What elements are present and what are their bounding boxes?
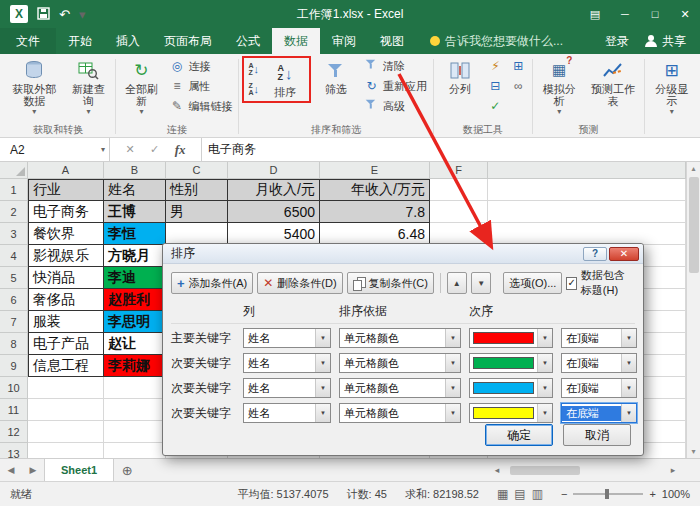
row-header-3[interactable]: 3 xyxy=(0,223,28,245)
combo-arrow-icon[interactable]: ▼ xyxy=(537,329,552,347)
cell-B8[interactable]: 赵让 xyxy=(104,333,166,355)
tab-公式[interactable]: 公式 xyxy=(224,28,272,54)
header-checkbox[interactable]: ✓ 数据包含标题(H) xyxy=(566,268,635,298)
sort-order-combo-1[interactable]: 在顶端▼ xyxy=(561,328,637,348)
remove-duplicates-button[interactable]: ⊟ xyxy=(485,76,506,96)
cell-G3[interactable] xyxy=(488,223,686,245)
column-header-blank[interactable] xyxy=(488,162,686,179)
sort-on-combo-2[interactable]: 单元格颜色▼ xyxy=(339,353,461,373)
ok-button[interactable]: 确定 xyxy=(485,424,553,446)
row-header-10[interactable]: 10 xyxy=(0,377,28,399)
cell-B1[interactable]: 姓名 xyxy=(104,179,166,201)
row-header-2[interactable]: 2 xyxy=(0,201,28,223)
sort-color-combo-4[interactable]: ▼ xyxy=(469,403,553,423)
cell-B6[interactable]: 赵胜利 xyxy=(104,289,166,311)
close-button[interactable]: ✕ xyxy=(670,0,700,28)
vertical-scrollbar[interactable]: ▴ ▾ xyxy=(686,162,700,458)
connections-button[interactable]: ◎ 连接 xyxy=(166,56,235,76)
zoom-level[interactable]: 100% xyxy=(662,488,690,500)
page-layout-view-icon[interactable]: ▤ xyxy=(514,487,525,501)
zoom-slider-thumb[interactable] xyxy=(605,489,609,499)
column-header-E[interactable]: E xyxy=(320,162,430,179)
cell-A13[interactable] xyxy=(28,443,104,458)
sort-order-combo-3[interactable]: 在顶端▼ xyxy=(561,378,637,398)
cell-D3[interactable]: 5400 xyxy=(228,223,320,245)
options-button[interactable]: 选项(O)... xyxy=(503,272,562,294)
column-header-A[interactable]: A xyxy=(28,162,104,179)
column-header-F[interactable]: F xyxy=(430,162,488,179)
sort-descending-button[interactable]: ZA↓ xyxy=(245,79,262,99)
combo-arrow-icon[interactable]: ▼ xyxy=(537,354,552,372)
cell-A5[interactable]: 快消品 xyxy=(28,267,104,289)
cell-G1[interactable] xyxy=(488,179,686,201)
combo-arrow-icon[interactable]: ▼ xyxy=(445,379,460,397)
refresh-all-button[interactable]: ↻ 全部刷新 ▾ xyxy=(118,56,164,118)
next-sheet-icon[interactable]: ▶ xyxy=(22,459,44,481)
new-query-button[interactable]: 新建查询 ▾ xyxy=(66,56,112,118)
cell-C1[interactable]: 性别 xyxy=(166,179,228,201)
cell-E1[interactable]: 年收入/万元 xyxy=(320,179,430,201)
row-header-5[interactable]: 5 xyxy=(0,267,28,289)
save-icon[interactable] xyxy=(37,7,50,22)
vertical-scroll-thumb[interactable] xyxy=(689,177,699,273)
cell-B5[interactable]: 李迪 xyxy=(104,267,166,289)
data-validation-button[interactable]: ✓ xyxy=(485,96,506,116)
row-header-7[interactable]: 7 xyxy=(0,311,28,333)
cell-B12[interactable] xyxy=(104,421,166,443)
sort-on-combo-4[interactable]: 单元格颜色▼ xyxy=(339,403,461,423)
advanced-button[interactable]: 高级 xyxy=(361,96,430,116)
insert-function-icon[interactable]: fx xyxy=(175,142,186,158)
cell-A1[interactable]: 行业 xyxy=(28,179,104,201)
cell-G2[interactable] xyxy=(488,201,686,223)
row-header-11[interactable]: 11 xyxy=(0,399,28,421)
cell-B10[interactable] xyxy=(104,377,166,399)
sort-column-combo-3[interactable]: 姓名▼ xyxy=(243,378,331,398)
clear-button[interactable]: 清除 xyxy=(361,56,430,76)
tab-视图[interactable]: 视图 xyxy=(368,28,416,54)
cell-A8[interactable]: 电子产品 xyxy=(28,333,104,355)
qat-customize-icon[interactable]: ▾ xyxy=(79,8,86,21)
column-header-C[interactable]: C xyxy=(166,162,228,179)
tell-me-box[interactable]: 告诉我您想要做什么... xyxy=(430,28,563,54)
sort-on-combo-1[interactable]: 单元格颜色▼ xyxy=(339,328,461,348)
sort-color-combo-1[interactable]: ▼ xyxy=(469,328,553,348)
properties-button[interactable]: ≡ 属性 xyxy=(166,76,235,96)
sort-button[interactable]: AZ↓ 排序 xyxy=(262,59,308,100)
consolidate-button[interactable]: ⊞ xyxy=(508,56,529,76)
dialog-help-button[interactable]: ? xyxy=(583,247,607,261)
row-header-1[interactable]: 1 xyxy=(0,179,28,201)
sort-color-combo-2[interactable]: ▼ xyxy=(469,353,553,373)
cell-B11[interactable] xyxy=(104,399,166,421)
sort-ascending-button[interactable]: AZ↓ xyxy=(245,59,262,79)
combo-arrow-icon[interactable]: ▼ xyxy=(537,404,552,422)
cell-F2[interactable] xyxy=(430,201,488,223)
cell-A3[interactable]: 餐饮界 xyxy=(28,223,104,245)
cell-C3[interactable] xyxy=(166,223,228,245)
formula-input[interactable]: 电子商务 xyxy=(202,138,700,161)
flash-fill-button[interactable]: ⚡ xyxy=(485,56,506,76)
cell-A11[interactable] xyxy=(28,399,104,421)
sort-column-combo-1[interactable]: 姓名▼ xyxy=(243,328,331,348)
combo-arrow-icon[interactable]: ▼ xyxy=(621,404,636,422)
copy-level-button[interactable]: 复制条件(C) xyxy=(347,272,434,294)
minimize-button[interactable]: ─ xyxy=(610,0,640,28)
filter-button[interactable]: 筛选 xyxy=(313,56,359,97)
tab-插入[interactable]: 插入 xyxy=(104,28,152,54)
combo-arrow-icon[interactable]: ▼ xyxy=(621,379,636,397)
undo-icon[interactable]: ↶ xyxy=(59,8,70,21)
cell-A4[interactable]: 影视娱乐 xyxy=(28,245,104,267)
combo-arrow-icon[interactable]: ▼ xyxy=(315,404,330,422)
cell-B3[interactable]: 李恒 xyxy=(104,223,166,245)
cell-D1[interactable]: 月收入/元 xyxy=(228,179,320,201)
dialog-close-button[interactable]: ✕ xyxy=(609,247,639,261)
forecast-sheet-button[interactable]: 预测工作表 xyxy=(585,56,642,109)
cell-A6[interactable]: 奢侈品 xyxy=(28,289,104,311)
what-if-analysis-button[interactable]: ▦? 模拟分析 ▾ xyxy=(536,56,583,118)
tab-页面布局[interactable]: 页面布局 xyxy=(152,28,224,54)
combo-arrow-icon[interactable]: ▼ xyxy=(445,329,460,347)
get-external-data-button[interactable]: 获取外部数据 ▾ xyxy=(5,56,64,118)
sort-order-combo-2[interactable]: 在顶端▼ xyxy=(561,353,637,373)
select-all-corner[interactable] xyxy=(0,162,28,179)
cell-D2[interactable]: 6500 xyxy=(228,201,320,223)
cell-C2[interactable]: 男 xyxy=(166,201,228,223)
